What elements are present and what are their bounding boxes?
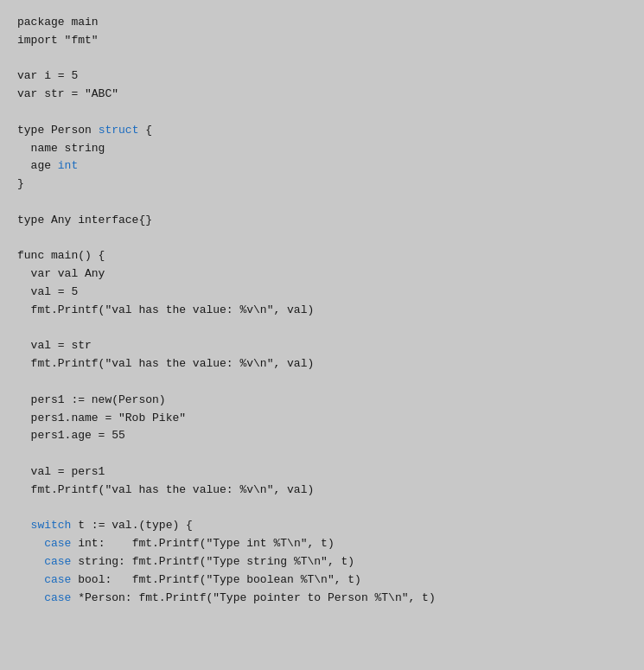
code-line: pers1.name = "Rob Pike" [17,410,627,428]
normal-token: *Person: fmt.Printf("Type pointer to Per… [71,591,435,604]
normal-token: pers1 := new(Person) [17,393,166,406]
code-line [17,230,627,248]
code-line: fmt.Printf("val has the value: %v\n", va… [17,355,627,373]
keyword-token: case [44,537,71,550]
normal-token: int: fmt.Printf("Type int %T\n", t) [71,537,334,550]
code-line [17,320,627,338]
code-line: var str = "ABC" [17,86,627,104]
code-line: type Any interface{} [17,212,627,230]
code-line [17,50,627,68]
normal-token: var i = 5 [17,69,78,82]
normal-token: pers1.name = "Rob Pike" [17,412,186,424]
normal-token: fmt.Printf("val has the value: %v\n", va… [17,303,314,316]
normal-token: val = pers1 [17,465,105,478]
normal-token [17,591,44,604]
normal-token [17,573,44,586]
code-line [17,194,627,212]
code-line: switch t := val.(type) { [17,517,627,535]
keyword-token: struct [99,124,139,137]
keyword-token: int [58,159,78,172]
normal-token: { [138,124,152,137]
normal-token: t := val.(type) { [71,519,192,532]
normal-token: val = str [17,339,92,352]
normal-token [17,555,44,568]
normal-token: var str = "ABC" [17,87,118,100]
keyword-token: switch [31,519,72,532]
code-line: func main() { [17,247,627,265]
code-line: case int: fmt.Printf("Type int %T\n", t) [17,535,627,553]
normal-token: package main [17,16,99,29]
code-line: val = 5 [17,284,627,302]
code-line [17,104,627,122]
code-line: var val Any [17,265,627,284]
code-line: package main [17,14,627,32]
code-line: case bool: fmt.Printf("Type boolean %T\n… [17,571,627,590]
normal-token: type Person [17,124,99,137]
normal-token: name string [17,142,105,155]
code-line: pers1 := new(Person) [17,392,627,410]
code-line [17,373,627,392]
code-line: var i = 5 [17,67,627,86]
code-line: age int [17,157,627,175]
normal-token: } [17,177,24,190]
keyword-token: case [44,573,71,586]
normal-token: import "fmt" [17,34,99,47]
normal-token: type Any interface{} [17,214,152,227]
normal-token: fmt.Printf("val has the value: %v\n", va… [17,357,314,370]
code-line: type Person struct { [17,122,627,140]
normal-token: fmt.Printf("val has the value: %v\n", va… [17,483,314,496]
normal-token: age [17,159,58,172]
normal-token: pers1.age = 55 [17,429,125,442]
normal-token [17,537,44,550]
code-line: fmt.Printf("val has the value: %v\n", va… [17,302,627,320]
normal-token: func main() { [17,249,105,262]
normal-token [17,519,31,532]
code-line [17,445,627,463]
code-line: } [17,175,627,194]
normal-token: bool: fmt.Printf("Type boolean %T\n", t) [71,573,360,586]
code-line: pers1.age = 55 [17,427,627,445]
code-line: import "fmt" [17,32,627,50]
keyword-token: case [44,591,71,604]
code-editor: package mainimport "fmt" var i = 5var st… [17,14,627,607]
code-line: name string [17,140,627,158]
code-line: fmt.Printf("val has the value: %v\n", va… [17,482,627,500]
normal-token: val = 5 [17,285,78,298]
code-line [17,500,627,518]
code-line: val = str [17,337,627,355]
code-line: case string: fmt.Printf("Type string %T\… [17,553,627,571]
normal-token: string: fmt.Printf("Type string %T\n", t… [71,555,354,568]
code-line: case *Person: fmt.Printf("Type pointer t… [17,590,627,608]
keyword-token: case [44,555,71,568]
code-line: val = pers1 [17,463,627,482]
normal-token: var val Any [17,267,105,280]
